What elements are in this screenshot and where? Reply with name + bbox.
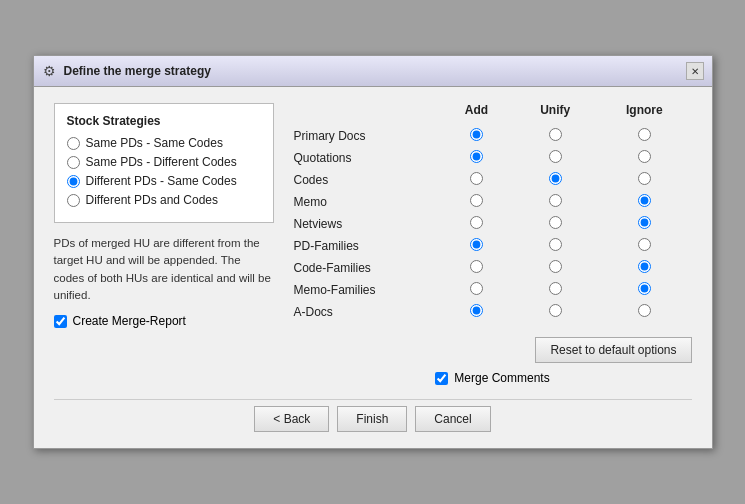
cell-codes-add[interactable] [440, 169, 514, 191]
footer-row: < Back Finish Cancel [54, 399, 692, 432]
cell-pd-families-unify[interactable] [513, 235, 597, 257]
cell-memo-ignore[interactable] [597, 191, 691, 213]
table-row: PD-Families [294, 235, 692, 257]
merge-comments-checkbox[interactable] [435, 372, 448, 385]
dialog-icon: ⚙ [42, 63, 58, 79]
merge-comments-label: Merge Comments [454, 371, 549, 385]
col-header-unify: Unify [513, 103, 597, 125]
cell-quotations-ignore[interactable] [597, 147, 691, 169]
cell-netviews-ignore[interactable] [597, 213, 691, 235]
stock-strategies-title: Stock Strategies [67, 114, 261, 128]
cell-memo-add[interactable] [440, 191, 514, 213]
strategy-radio-1[interactable] [67, 137, 80, 150]
finish-button[interactable]: Finish [337, 406, 407, 432]
cancel-button[interactable]: Cancel [415, 406, 490, 432]
strategy-label-3: Different PDs - Same Codes [86, 174, 237, 188]
col-header-item [294, 103, 440, 125]
strategy-radio-3[interactable] [67, 175, 80, 188]
row-label-codes: Codes [294, 169, 440, 191]
table-row: A-Docs [294, 301, 692, 323]
cell-netviews-add[interactable] [440, 213, 514, 235]
back-button[interactable]: < Back [254, 406, 329, 432]
strategy-radio-2[interactable] [67, 156, 80, 169]
create-merge-report-label: Create Merge-Report [73, 314, 186, 328]
reset-button[interactable]: Reset to default options [535, 337, 691, 363]
row-label-primary-docs: Primary Docs [294, 125, 440, 147]
table-row: Memo-Families [294, 279, 692, 301]
main-layout: Stock Strategies Same PDs - Same Codes S… [54, 103, 692, 399]
table-row: Quotations [294, 147, 692, 169]
strategy-label-1: Same PDs - Same Codes [86, 136, 223, 150]
strategy-description: PDs of merged HU are different from the … [54, 235, 274, 304]
dialog-title: Define the merge strategy [64, 64, 211, 78]
cell-memo-families-unify[interactable] [513, 279, 597, 301]
create-merge-report-checkbox[interactable] [54, 315, 67, 328]
cell-codes-unify[interactable] [513, 169, 597, 191]
merge-comments-row: Merge Comments [294, 371, 692, 385]
cell-a-docs-unify[interactable] [513, 301, 597, 323]
strategy-option-4[interactable]: Different PDs and Codes [67, 193, 261, 207]
options-table: Add Unify Ignore Primary Docs [294, 103, 692, 323]
row-label-memo: Memo [294, 191, 440, 213]
cell-code-families-ignore[interactable] [597, 257, 691, 279]
cell-netviews-unify[interactable] [513, 213, 597, 235]
table-row: Primary Docs [294, 125, 692, 147]
table-row: Code-Families [294, 257, 692, 279]
cell-primary-docs-add[interactable] [440, 125, 514, 147]
strategy-option-2[interactable]: Same PDs - Different Codes [67, 155, 261, 169]
row-label-netviews: Netviews [294, 213, 440, 235]
table-row: Netviews [294, 213, 692, 235]
cell-quotations-unify[interactable] [513, 147, 597, 169]
right-panel: Add Unify Ignore Primary Docs [294, 103, 692, 399]
cell-code-families-add[interactable] [440, 257, 514, 279]
strategy-label-2: Same PDs - Different Codes [86, 155, 237, 169]
row-label-memo-families: Memo-Families [294, 279, 440, 301]
title-bar: ⚙ Define the merge strategy ✕ [34, 56, 712, 87]
cell-a-docs-add[interactable] [440, 301, 514, 323]
cell-primary-docs-unify[interactable] [513, 125, 597, 147]
cell-pd-families-ignore[interactable] [597, 235, 691, 257]
reset-row: Reset to default options [294, 337, 692, 363]
create-merge-row: Create Merge-Report [54, 314, 274, 328]
cell-memo-unify[interactable] [513, 191, 597, 213]
bottom-section: Reset to default options Merge Comments [294, 337, 692, 385]
cell-a-docs-ignore[interactable] [597, 301, 691, 323]
strategy-option-3[interactable]: Different PDs - Same Codes [67, 174, 261, 188]
col-header-ignore: Ignore [597, 103, 691, 125]
left-panel: Stock Strategies Same PDs - Same Codes S… [54, 103, 274, 399]
cell-codes-ignore[interactable] [597, 169, 691, 191]
strategy-option-1[interactable]: Same PDs - Same Codes [67, 136, 261, 150]
row-label-a-docs: A-Docs [294, 301, 440, 323]
table-row: Codes [294, 169, 692, 191]
stock-strategies-box: Stock Strategies Same PDs - Same Codes S… [54, 103, 274, 223]
row-label-code-families: Code-Families [294, 257, 440, 279]
strategy-label-4: Different PDs and Codes [86, 193, 219, 207]
dialog-content: Stock Strategies Same PDs - Same Codes S… [34, 87, 712, 448]
cell-code-families-unify[interactable] [513, 257, 597, 279]
merge-strategy-dialog: ⚙ Define the merge strategy ✕ Stock Stra… [33, 55, 713, 449]
strategy-radio-4[interactable] [67, 194, 80, 207]
cell-memo-families-add[interactable] [440, 279, 514, 301]
close-button[interactable]: ✕ [686, 62, 704, 80]
cell-primary-docs-ignore[interactable] [597, 125, 691, 147]
row-label-pd-families: PD-Families [294, 235, 440, 257]
col-header-add: Add [440, 103, 514, 125]
cell-pd-families-add[interactable] [440, 235, 514, 257]
cell-memo-families-ignore[interactable] [597, 279, 691, 301]
row-label-quotations: Quotations [294, 147, 440, 169]
cell-quotations-add[interactable] [440, 147, 514, 169]
table-row: Memo [294, 191, 692, 213]
